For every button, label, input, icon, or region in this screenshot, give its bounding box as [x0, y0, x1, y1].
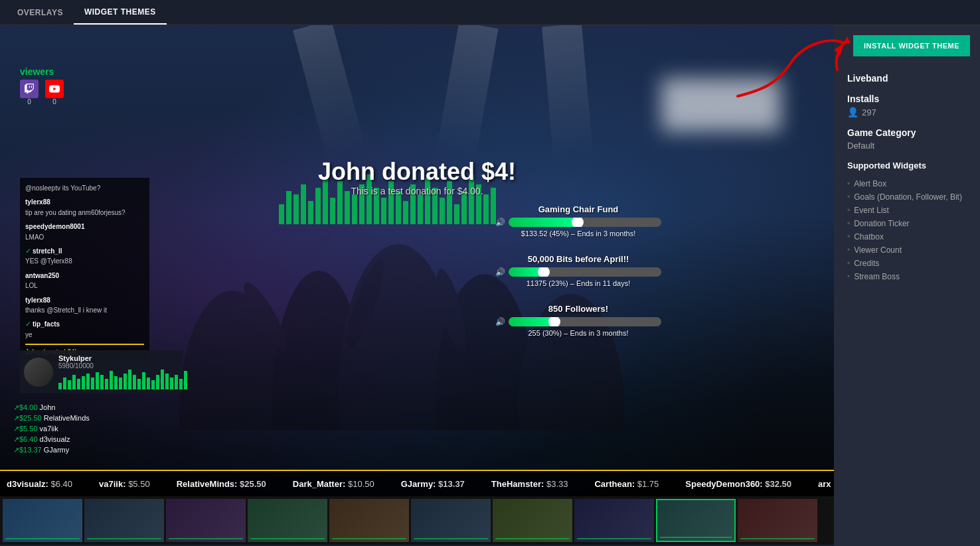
- mini-bars: [58, 370, 187, 389]
- youtube-icon: [45, 80, 64, 98]
- thumbnail-3[interactable]: [248, 499, 327, 542]
- widget-item: Event List: [847, 204, 967, 217]
- mini-bar: [147, 377, 150, 389]
- thumbnail-7[interactable]: [574, 499, 654, 542]
- right-sidebar: INSTALL WIDGET THEME Liveband Installs 👤…: [834, 25, 980, 546]
- mini-bar: [77, 379, 80, 389]
- thumbnail-2[interactable]: [166, 499, 246, 542]
- goal-info-3: 255 (30%) – Ends in 3 months!: [495, 329, 661, 337]
- thumbnail-4[interactable]: [329, 499, 409, 542]
- mini-bar: [58, 383, 62, 389]
- donation-entry-1: ↗$25.50 RelativeMinds: [13, 414, 90, 423]
- install-area: INSTALL WIDGET THEME: [834, 25, 980, 66]
- widget-item: Goals (Donation, Follower, Bit): [847, 190, 967, 204]
- mini-bar: [156, 375, 159, 389]
- mini-bar: [137, 379, 141, 389]
- mini-bar: [86, 374, 90, 389]
- mini-bar: [142, 372, 145, 389]
- youtube-platform: 0: [45, 80, 64, 105]
- theme-name: Liveband: [847, 73, 967, 84]
- mini-bar: [123, 374, 127, 389]
- donation-entry-3: ↗$6.40 d3visualz: [13, 435, 90, 444]
- tab-widget-themes[interactable]: WIDGET THEMES: [74, 0, 167, 25]
- mini-bar: [68, 380, 71, 389]
- widget-list: Alert BoxGoals (Donation, Follower, Bit)…: [847, 177, 967, 283]
- bar: [308, 201, 313, 224]
- ticker-content: d3visualz: $6.40 va7iik: $5.50 RelativeM…: [0, 479, 831, 489]
- blurred-light: [661, 78, 781, 131]
- goal-item-1: Gaming Chair Fund 🔊 $133.52 (45%) – Ends…: [495, 204, 661, 238]
- thumbnail-strip: [0, 496, 834, 545]
- profile-name: Stykulper: [58, 354, 187, 362]
- sound-icon-3: 🔊: [495, 317, 505, 326]
- widget-item: Stream Boss: [847, 270, 967, 283]
- mini-bar: [179, 379, 183, 389]
- installs-value: 👤 297: [847, 107, 967, 117]
- bar: [483, 194, 489, 224]
- donation-subtitle: This is a test donation for $4.00.: [318, 186, 516, 196]
- game-category-value: Default: [847, 141, 967, 151]
- thumbnail-0[interactable]: [3, 499, 82, 542]
- donation-alert: John donated $4! This is a test donation…: [318, 158, 516, 196]
- bar: [301, 184, 306, 224]
- thumbnail-8[interactable]: [656, 499, 736, 542]
- donation-ticker: d3visualz: $6.40 va7iik: $5.50 RelativeM…: [0, 470, 834, 496]
- profile-avatar: [24, 358, 53, 387]
- bar: [418, 194, 423, 224]
- widget-item: Credits: [847, 257, 967, 270]
- goal-handle-2: [538, 267, 550, 277]
- bar: [293, 194, 299, 224]
- donation-list: ↗$4.00 John ↗$25.50 RelativeMinds ↗$5.50…: [13, 403, 90, 456]
- goal-item-2: 50,000 Bits before April!! 🔊 11375 (23%)…: [495, 254, 661, 287]
- goal-title-2: 50,000 Bits before April!!: [495, 254, 661, 264]
- donation-title: John donated $4!: [318, 158, 516, 186]
- main-layout: viewers 0 0: [0, 25, 980, 546]
- mini-bar: [63, 377, 66, 389]
- mini-bar: [100, 375, 104, 389]
- mini-bar: [165, 374, 169, 389]
- viewers-section: viewers 0 0: [20, 66, 64, 105]
- chat-message-5: tylerx88 thanks @Stretch_ll i knew it: [25, 295, 144, 316]
- bar: [286, 191, 291, 224]
- profile-info: Stykulper 5980/10000: [58, 354, 187, 389]
- install-button[interactable]: INSTALL WIDGET THEME: [853, 35, 970, 56]
- mini-bar: [119, 377, 122, 389]
- bar: [454, 204, 459, 224]
- goal-info-1: $133.52 (45%) – Ends in 3 months!: [495, 230, 661, 238]
- chat-message-0: @nosleeptv its YouTube?: [25, 183, 144, 193]
- goal-title-1: Gaming Chair Fund: [495, 204, 661, 214]
- mini-bar: [161, 370, 164, 389]
- top-navigation: OVERLAYS WIDGET THEMES: [0, 0, 980, 25]
- youtube-count: 0: [52, 98, 56, 105]
- profile-score: 5980/10000: [58, 362, 187, 370]
- mini-bar: [184, 371, 187, 389]
- bar: [381, 198, 386, 224]
- bar: [352, 194, 357, 224]
- goal-info-2: 11375 (23%) – Ends in 11 days!: [495, 279, 661, 287]
- thumbnail-5[interactable]: [411, 499, 491, 542]
- sound-icon-1: 🔊: [495, 218, 505, 227]
- mini-bar: [128, 370, 131, 389]
- widget-item: Chatbox: [847, 230, 967, 243]
- thumbnail-6[interactable]: [493, 499, 572, 542]
- platform-icons: 0 0: [20, 80, 64, 105]
- thumbnail-9[interactable]: [738, 499, 817, 542]
- preview-area: viewers 0 0: [0, 25, 834, 496]
- goal-bar-fill-1: [509, 218, 578, 227]
- bar: [330, 198, 335, 224]
- donation-entry-4: ↗$13.37 GJarmy: [13, 446, 90, 454]
- profile-bar: Stykulper 5980/10000: [20, 350, 183, 393]
- tab-overlays[interactable]: OVERLAYS: [7, 0, 74, 25]
- thumbnail-1[interactable]: [84, 499, 164, 542]
- chat-message-1: tylerx88 tip are you dating anm60forjesu…: [25, 197, 144, 218]
- mini-bar: [82, 376, 85, 389]
- installs-count: 297: [862, 107, 876, 117]
- chat-message-2: speedydemon8001 LMAO: [25, 222, 144, 242]
- mini-bar: [170, 377, 173, 389]
- goal-handle-3: [548, 317, 560, 326]
- widget-item: Viewer Count: [847, 243, 967, 257]
- bar: [440, 198, 445, 224]
- mini-bar: [72, 375, 76, 389]
- mini-bar: [105, 379, 108, 389]
- twitch-count: 0: [27, 98, 31, 105]
